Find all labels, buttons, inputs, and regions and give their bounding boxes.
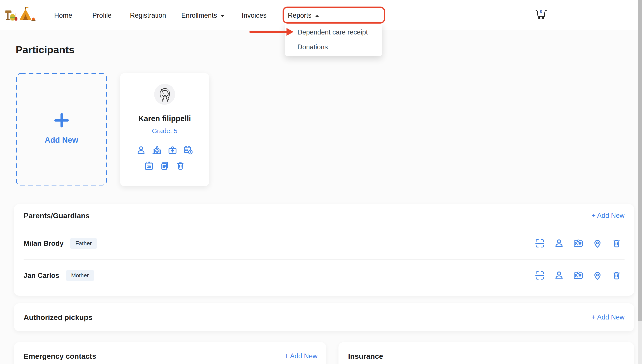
scrollbar-thumb[interactable] [638,0,642,321]
scan-icon[interactable] [534,270,545,281]
insurance-title: Insurance [348,352,383,360]
nav-item-enrollments[interactable]: Enrollments [181,0,225,31]
calendar-30-icon[interactable]: 30 [144,161,154,171]
camp-logo [4,5,38,26]
reports-dropdown-menu: Dependent care receipt Donations [285,23,382,56]
nav-item-profile[interactable]: Profile [92,0,112,31]
scan-icon[interactable] [534,238,545,248]
calendar-clock-icon[interactable] [183,145,193,155]
person-icon[interactable] [554,238,564,248]
trash-icon[interactable] [611,270,622,281]
svg-text:30: 30 [147,165,151,169]
person-icon[interactable] [136,145,146,155]
participant-name: Karen filippelli [120,114,209,123]
guardian-row: Milan Brody Father [14,234,634,253]
annotation-arrow [249,31,288,33]
row-divider [24,259,624,260]
parents-guardians-title: Parents/Guardians [24,212,90,220]
add-emergency-contact-button[interactable]: + Add New [285,352,318,360]
authorized-pickups-card: Authorized pickups + Add New [14,303,634,331]
scrollbar-track[interactable] [638,0,642,364]
relation-badge: Father [70,238,97,249]
trash-icon[interactable] [175,161,185,171]
location-pin-icon[interactable] [592,238,603,248]
avatar [154,84,175,105]
emergency-contacts-title: Emergency contacts [24,352,96,360]
nav-reports-label: Reports [288,12,312,20]
id-card-icon[interactable] [573,270,583,281]
relation-badge: Mother [66,270,94,281]
nav-item-registration[interactable]: Registration [130,0,166,31]
school-icon[interactable] [152,145,162,155]
person-icon[interactable] [554,270,564,281]
emergency-contacts-card: Emergency contacts + Add New [14,342,326,364]
menu-item-dependent-care-receipt[interactable]: Dependent care receipt [285,25,382,40]
add-participant-label: Add New [16,136,107,145]
guardian-name: Jan Carlos [24,272,59,280]
location-pin-icon[interactable] [592,270,603,281]
cart-count-badge: 0 [540,9,542,14]
guardian-row: Jan Carlos Mother [14,266,634,285]
documents-icon[interactable] [160,161,170,171]
medical-kit-icon[interactable] [168,145,178,155]
trash-icon[interactable] [611,238,622,248]
plus-icon [54,113,69,128]
authorized-pickups-title: Authorized pickups [24,313,92,322]
guardian-name: Milan Brody [24,240,64,248]
insurance-card: Insurance [338,342,634,364]
add-participant-card[interactable]: Add New [16,73,107,186]
add-pickup-button[interactable]: + Add New [591,313,624,321]
participant-grade: Grade: 5 [120,127,209,135]
chevron-up-icon [315,15,319,17]
menu-item-donations[interactable]: Donations [285,40,382,54]
page-title: Participants [16,44,75,56]
id-card-icon[interactable] [573,238,583,248]
nav-item-invoices[interactable]: Invoices [242,0,267,31]
add-parent-button[interactable]: + Add New [591,212,624,220]
parents-guardians-card: Parents/Guardians + Add New Milan Brody … [14,204,634,296]
nav-enrollments-label: Enrollments [181,12,217,20]
participant-card: Karen filippelli Grade: 5 [120,73,209,186]
shopping-cart-icon[interactable]: 0 [534,8,548,22]
annotation-arrow-head [287,28,293,36]
nav-item-home[interactable]: Home [54,0,72,31]
chevron-down-icon [221,15,225,17]
